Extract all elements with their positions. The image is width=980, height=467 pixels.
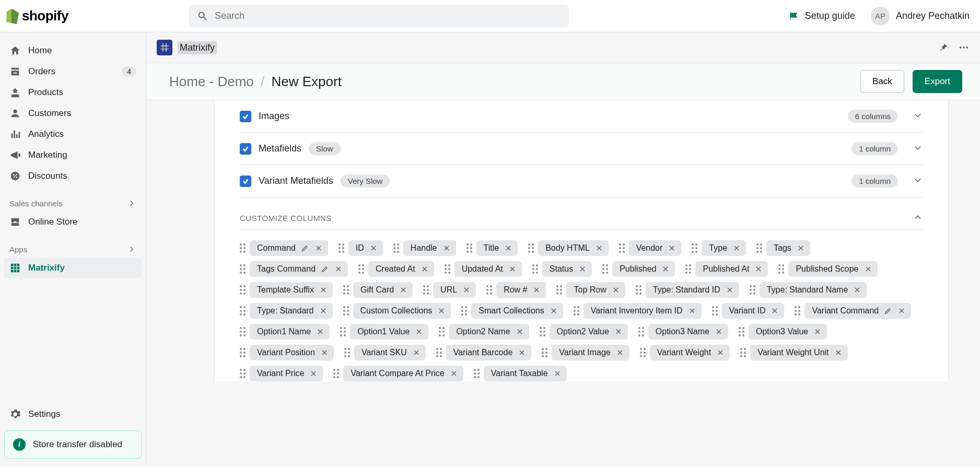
drag-handle-icon[interactable]	[486, 285, 492, 295]
close-icon[interactable]	[726, 286, 734, 294]
column-chip[interactable]: Gift Card	[353, 282, 413, 298]
column-chip[interactable]: ID	[348, 240, 383, 256]
user-menu[interactable]: AP Andrey Pechatkin	[871, 7, 970, 26]
close-icon[interactable]	[616, 348, 624, 357]
close-icon[interactable]	[813, 328, 822, 336]
close-icon[interactable]	[437, 307, 446, 315]
drag-handle-icon[interactable]	[240, 285, 246, 295]
close-icon[interactable]	[421, 265, 429, 273]
close-icon[interactable]	[668, 244, 676, 252]
column-chip[interactable]: Tags	[766, 240, 810, 256]
column-chip[interactable]: Variant Inventory Item ID	[584, 303, 702, 319]
column-chip[interactable]: Variant ID	[722, 303, 785, 319]
back-button[interactable]: Back	[860, 70, 904, 93]
drag-handle-icon[interactable]	[640, 348, 646, 357]
column-chip[interactable]: Option1 Name	[250, 324, 330, 340]
close-icon[interactable]	[399, 286, 407, 294]
drag-handle-icon[interactable]	[333, 369, 339, 378]
chevron-up-icon[interactable]	[913, 212, 923, 224]
sidebar-item-customers[interactable]: Customers	[4, 103, 142, 123]
edit-icon[interactable]	[321, 265, 329, 273]
drag-handle-icon[interactable]	[685, 264, 691, 274]
column-chip[interactable]: Variant Position	[250, 345, 334, 360]
close-icon[interactable]	[508, 265, 517, 273]
column-chip[interactable]: Command	[250, 240, 328, 256]
close-icon[interactable]	[450, 369, 458, 378]
drag-handle-icon[interactable]	[344, 348, 350, 357]
drag-handle-icon[interactable]	[466, 243, 472, 253]
column-chip[interactable]: Variant Barcode	[446, 345, 532, 360]
column-chip[interactable]: Variant Compare At Price	[343, 366, 463, 381]
store-transfer-notice[interactable]: i Store transfer disabled	[4, 430, 142, 459]
column-chip[interactable]: Vendor	[629, 240, 682, 256]
column-chip[interactable]: Template Suffix	[250, 282, 333, 298]
column-chip[interactable]: Type	[702, 240, 746, 256]
close-icon[interactable]	[319, 286, 328, 294]
drag-handle-icon[interactable]	[638, 327, 644, 336]
column-chip[interactable]: Variant Weight	[650, 345, 730, 360]
checkbox[interactable]	[240, 176, 251, 187]
scroll-area[interactable]: Images 6 columns Metafields Slow 1 colum…	[146, 100, 980, 467]
column-chip[interactable]: Status	[542, 261, 592, 277]
drag-handle-icon[interactable]	[240, 306, 246, 316]
drag-handle-icon[interactable]	[556, 285, 562, 295]
column-chip[interactable]: Published At	[695, 261, 768, 277]
close-icon[interactable]	[897, 307, 906, 315]
column-chip[interactable]: Option3 Value	[749, 324, 827, 340]
drag-handle-icon[interactable]	[461, 306, 467, 316]
close-icon[interactable]	[716, 348, 725, 357]
close-icon[interactable]	[550, 307, 558, 315]
drag-handle-icon[interactable]	[739, 327, 744, 336]
chevron-down-icon[interactable]	[913, 175, 923, 187]
close-icon[interactable]	[614, 328, 623, 336]
drag-handle-icon[interactable]	[343, 306, 349, 316]
close-icon[interactable]	[412, 348, 421, 357]
drag-handle-icon[interactable]	[712, 306, 718, 316]
close-icon[interactable]	[797, 244, 805, 252]
drag-handle-icon[interactable]	[542, 348, 547, 357]
column-chip[interactable]: Body HTML	[538, 240, 608, 256]
sidebar-item-discounts[interactable]: Discounts	[4, 166, 142, 186]
close-icon[interactable]	[732, 244, 741, 252]
close-icon[interactable]	[316, 328, 324, 336]
close-icon[interactable]	[771, 307, 779, 315]
close-icon[interactable]	[516, 328, 524, 336]
sidebar-item-online-store[interactable]: Online Store	[4, 212, 142, 232]
drag-handle-icon[interactable]	[358, 264, 364, 274]
drag-handle-icon[interactable]	[602, 264, 608, 274]
column-chip[interactable]: Option2 Value	[550, 324, 628, 340]
close-icon[interactable]	[532, 286, 541, 294]
drag-handle-icon[interactable]	[540, 327, 545, 336]
drag-handle-icon[interactable]	[756, 243, 762, 253]
sidebar-item-analytics[interactable]: Analytics	[4, 124, 142, 144]
close-icon[interactable]	[442, 244, 451, 252]
shopify-logo[interactable]: shopify	[4, 8, 68, 24]
setup-guide-link[interactable]: Setup guide	[788, 10, 855, 22]
edit-icon[interactable]	[884, 307, 892, 315]
chevron-down-icon[interactable]	[913, 110, 923, 122]
drag-handle-icon[interactable]	[240, 327, 246, 336]
drag-handle-icon[interactable]	[240, 348, 246, 357]
column-chip[interactable]: Option3 Name	[648, 324, 728, 340]
drag-handle-icon[interactable]	[339, 243, 344, 253]
column-chip[interactable]: Variant Image	[552, 345, 629, 360]
close-icon[interactable]	[314, 244, 323, 252]
drag-handle-icon[interactable]	[740, 348, 746, 357]
nav-section-sales-channels[interactable]: Sales channels	[4, 193, 142, 212]
column-chip[interactable]: Type: Standard Name	[760, 282, 867, 298]
column-chip[interactable]: Variant Price	[250, 366, 323, 381]
close-icon[interactable]	[688, 307, 696, 315]
sidebar-item-marketing[interactable]: Marketing	[4, 145, 142, 165]
column-chip[interactable]: Type: Standard ID	[646, 282, 739, 298]
column-chip[interactable]: Row #	[496, 282, 546, 298]
pin-icon[interactable]	[937, 42, 949, 53]
drag-handle-icon[interactable]	[436, 348, 442, 357]
column-chip[interactable]: Variant Weight Unit	[750, 345, 847, 360]
drag-handle-icon[interactable]	[240, 243, 246, 253]
customize-columns-header[interactable]: CUSTOMIZE COLUMNS	[240, 197, 923, 230]
column-chip[interactable]: Published Scope	[788, 261, 877, 277]
close-icon[interactable]	[715, 328, 723, 336]
column-chip[interactable]: Option1 Value	[350, 324, 428, 340]
drag-handle-icon[interactable]	[795, 306, 800, 316]
drag-handle-icon[interactable]	[423, 285, 429, 295]
